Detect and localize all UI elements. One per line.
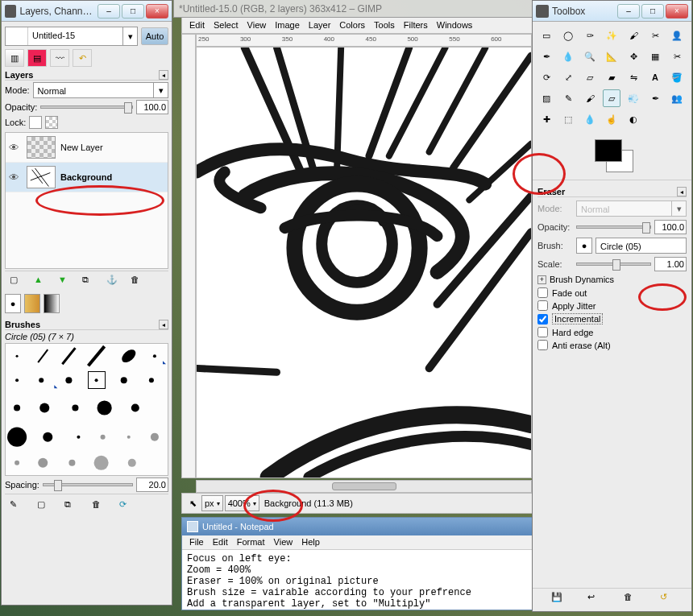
pattern-preset-icon[interactable] [24, 294, 40, 313]
undo-history-tab-icon[interactable]: ↶ [73, 49, 92, 67]
np-menu-file[interactable]: File [186, 537, 207, 548]
perspective-tool-icon[interactable]: ▰ [603, 68, 620, 86]
minimize-button[interactable]: – [98, 4, 120, 19]
tb-opacity-slider[interactable] [576, 225, 651, 229]
menu-view[interactable]: View [243, 19, 271, 31]
incremental-check[interactable] [537, 314, 548, 325]
notepad-titlebar[interactable]: Untitled - Notepad [182, 518, 533, 535]
smudge-tool-icon[interactable]: ☝ [603, 110, 620, 128]
auto-button[interactable]: Auto [141, 27, 168, 45]
scale-tool-icon[interactable]: ⤢ [559, 68, 577, 86]
opacity-input[interactable] [136, 100, 168, 114]
refresh-brush-icon[interactable]: ⟳ [119, 499, 132, 512]
paintbrush-tool-icon[interactable]: 🖌 [581, 89, 599, 107]
move-tool-icon[interactable]: ✥ [625, 48, 642, 65]
canvas[interactable] [196, 47, 532, 478]
close-button[interactable]: × [666, 4, 688, 19]
delete-layer-icon[interactable]: 🗑 [131, 275, 143, 287]
scissors-tool-icon[interactable]: ✂ [646, 27, 664, 44]
pencil-tool-icon[interactable]: ✎ [559, 89, 577, 107]
close-button[interactable]: × [146, 4, 168, 19]
color-swatch[interactable] [590, 138, 635, 175]
free-select-tool-icon[interactable]: ✑ [581, 27, 599, 44]
menu-select[interactable]: Select [210, 19, 243, 31]
lock-alpha-check[interactable] [45, 116, 58, 129]
layer-row[interactable]: 👁 Background [6, 163, 168, 192]
tb-brush-select[interactable]: Circle (05) [595, 238, 687, 254]
blur-tool-icon[interactable]: 💧 [581, 110, 599, 128]
paths-tab-icon[interactable]: 〰 [50, 49, 69, 67]
lock-pixels-check[interactable] [29, 116, 42, 129]
shear-tool-icon[interactable]: ▱ [581, 68, 599, 86]
image-window-titlebar[interactable]: *Untitled-15.0 (RGB, 2 layers) 363x412 –… [173, 0, 533, 18]
layers-titlebar[interactable]: Layers, Channels,... – □ × [2, 1, 172, 22]
ellipse-select-tool-icon[interactable]: ◯ [559, 27, 577, 44]
airbrush-tool-icon[interactable]: 💨 [625, 89, 642, 107]
chevron-down-icon[interactable]: ▾ [153, 83, 168, 97]
restore-options-icon[interactable]: ↩ [587, 592, 600, 605]
image-selector[interactable]: Untitled-15 ▾ [5, 27, 138, 46]
spacing-input[interactable] [136, 478, 168, 492]
delete-options-icon[interactable]: 🗑 [624, 592, 637, 605]
eraser-tool-icon[interactable]: ▱ [603, 89, 620, 107]
tb-opacity-input[interactable] [654, 220, 687, 234]
zoom-selector[interactable]: 400%▾ [225, 495, 259, 511]
minimize-button[interactable]: – [617, 4, 640, 19]
menu-edit[interactable]: Edit [185, 19, 209, 31]
paths-tool-icon[interactable]: ✒ [537, 48, 555, 65]
anchor-layer-icon[interactable]: ⚓ [106, 275, 119, 287]
section-menu-button[interactable]: ◂ [159, 320, 168, 329]
edit-brush-icon[interactable]: ✎ [10, 499, 23, 512]
color-select-tool-icon[interactable]: 🖌 [625, 27, 642, 44]
dodge-tool-icon[interactable]: ◐ [625, 110, 642, 128]
clone-tool-icon[interactable]: 👥 [668, 89, 686, 107]
dropdown-icon[interactable]: ▾ [122, 27, 137, 45]
menu-filters[interactable]: Filters [400, 19, 432, 31]
reset-options-icon[interactable]: ↺ [660, 592, 673, 605]
unit-selector[interactable]: px▾ [201, 495, 223, 511]
menu-layer[interactable]: Layer [305, 19, 335, 31]
new-brush-icon[interactable]: ▢ [37, 499, 50, 512]
fg-color-swatch[interactable] [595, 139, 622, 162]
np-menu-view[interactable]: View [271, 537, 297, 548]
layer-row[interactable]: 👁 New Layer [6, 133, 168, 163]
toolbox-titlebar[interactable]: Toolbox – □ × [533, 1, 691, 22]
measure-tool-icon[interactable]: 📐 [603, 48, 620, 65]
new-layer-icon[interactable]: ▢ [10, 275, 23, 287]
maximize-button[interactable]: □ [641, 4, 664, 19]
menu-image[interactable]: Image [271, 19, 304, 31]
raise-layer-icon[interactable]: ▲ [34, 275, 47, 287]
zoom-tool-icon[interactable]: 🔍 [581, 48, 599, 65]
duplicate-brush-icon[interactable]: ⧉ [64, 499, 77, 512]
flip-tool-icon[interactable]: ⇋ [625, 68, 642, 86]
menu-colors[interactable]: Colors [335, 19, 369, 31]
section-menu-button[interactable]: ◂ [159, 70, 168, 80]
layers-tab-icon[interactable]: ▥ [5, 49, 24, 67]
gradient-preset-icon[interactable] [44, 294, 60, 313]
brush-preset-icon[interactable]: ● [5, 294, 21, 313]
rotate-tool-icon[interactable]: ⟳ [537, 68, 555, 86]
spacing-slider[interactable] [43, 483, 133, 486]
save-options-icon[interactable]: 💾 [551, 592, 564, 605]
foreground-select-tool-icon[interactable]: 👤 [668, 27, 686, 44]
notepad-content[interactable]: Focus on left eye: Zoom = 400% Eraser = … [182, 550, 533, 613]
fuzzy-select-tool-icon[interactable]: ✨ [603, 27, 620, 44]
rect-select-tool-icon[interactable]: ▭ [537, 27, 555, 44]
hard-edge-check[interactable] [537, 327, 548, 337]
blend-tool-icon[interactable]: ▨ [537, 89, 555, 107]
opacity-slider[interactable] [40, 105, 133, 109]
brush-grid[interactable] [5, 343, 168, 476]
anti-erase-check[interactable] [537, 340, 548, 350]
text-tool-icon[interactable]: A [646, 68, 664, 86]
tb-scale-slider[interactable] [576, 263, 651, 266]
brush-dynamics-toggle[interactable]: +Brush Dynamics [537, 275, 687, 284]
apply-jitter-check[interactable] [537, 300, 548, 311]
visibility-icon[interactable]: 👁 [9, 142, 22, 154]
delete-brush-icon[interactable]: 🗑 [92, 499, 105, 512]
horizontal-scrollbar[interactable] [196, 480, 532, 493]
channels-tab-icon[interactable]: ▤ [27, 49, 47, 67]
mode-select[interactable]: Normal ▾ [33, 82, 168, 98]
lower-layer-icon[interactable]: ▼ [58, 275, 71, 287]
crop-tool-icon[interactable]: ✂ [668, 48, 686, 65]
color-picker-tool-icon[interactable]: 💧 [559, 48, 577, 65]
